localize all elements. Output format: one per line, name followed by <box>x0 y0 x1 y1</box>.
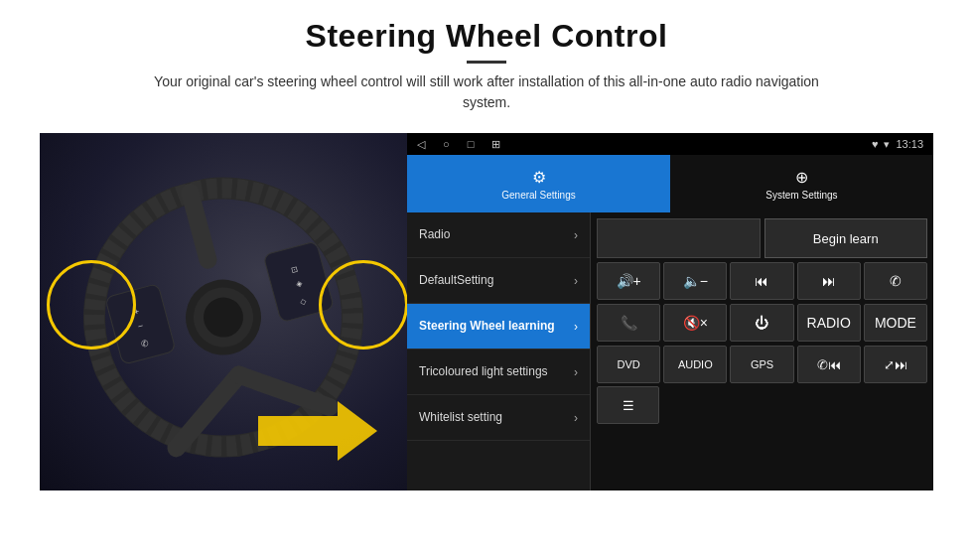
skip-next-button[interactable]: ⤢⏭ <box>864 346 927 383</box>
tab-system-label: System Settings <box>765 190 837 201</box>
title-section: Steering Wheel Control Your original car… <box>139 18 834 113</box>
gps-button[interactable]: GPS <box>730 346 793 383</box>
subtitle: Your original car's steering wheel contr… <box>139 71 834 113</box>
mode-button[interactable]: MODE <box>864 304 927 342</box>
menu-default-label: DefaultSetting <box>419 273 493 289</box>
arrow-svg <box>258 401 377 461</box>
vol-up-icon: 🔊+ <box>617 273 641 289</box>
status-nav: ◁ ○ □ ⊞ <box>417 138 500 151</box>
chevron-icon: › <box>574 274 578 288</box>
status-right: ♥ ▾ 13:13 <box>872 138 923 151</box>
next-track-button[interactable]: ⏭ <box>797 262 861 300</box>
android-panel: ◁ ○ □ ⊞ ♥ ▾ 13:13 ⚙ General Settings <box>407 133 933 490</box>
mode-label: MODE <box>875 315 916 331</box>
dvd-label: DVD <box>617 358 639 370</box>
mute-button[interactable]: 🔇× <box>663 304 727 342</box>
content-area: + − ✆ ⊡ ◈ ◇ <box>40 133 933 490</box>
prev-track-icon: ⏮ <box>755 273 768 289</box>
bottom-row-1: DVD AUDIO GPS ✆⏮ <box>597 346 927 383</box>
menu-item-default[interactable]: DefaultSetting › <box>407 258 590 304</box>
audio-button[interactable]: AUDIO <box>663 346 727 383</box>
empty-input-box <box>597 218 761 258</box>
menu-item-steering[interactable]: Steering Wheel learning › <box>407 304 590 350</box>
tab-general-label: General Settings <box>501 190 576 201</box>
wifi-icon: ♥ <box>872 138 879 150</box>
signal-icon: ▾ <box>884 138 890 151</box>
system-icon: ⊕ <box>795 168 808 187</box>
begin-learn-button[interactable]: Begin learn <box>764 218 928 258</box>
menu-list: Radio › DefaultSetting › Steering Wheel … <box>407 212 591 490</box>
mute-icon: 🔇× <box>683 315 708 331</box>
chevron-icon: › <box>574 365 578 379</box>
dvd-button[interactable]: DVD <box>597 346 660 383</box>
list-icon: ☰ <box>623 398 634 413</box>
page-wrapper: Steering Wheel Control Your original car… <box>0 0 973 560</box>
control-area: Begin learn 🔊+ 🔈− ⏮ <box>591 212 933 490</box>
control-top-row: Begin learn <box>597 218 927 258</box>
menu-steering-label: Steering Wheel learning <box>419 319 555 335</box>
bottom-row-2: ☰ <box>597 386 927 424</box>
list-view-button[interactable]: ☰ <box>597 386 659 424</box>
steering-wheel-bg: + − ✆ ⊡ ◈ ◇ <box>40 133 407 490</box>
call-answer-button[interactable]: 📞 <box>597 304 660 342</box>
tab-bar: ⚙ General Settings ⊕ System Settings <box>407 155 933 212</box>
control-grid-row2: 📞 🔇× ⏻ RADIO MODE <box>597 304 927 342</box>
skip-next-icon: ⤢⏭ <box>884 357 907 372</box>
power-button[interactable]: ⏻ <box>730 304 793 342</box>
phone-button[interactable]: ✆ <box>864 262 927 300</box>
menu-whitelist-label: Whitelist setting <box>419 410 502 426</box>
chevron-icon: › <box>574 320 578 334</box>
menu-item-radio[interactable]: Radio › <box>407 212 590 258</box>
nav-back-icon[interactable]: ◁ <box>417 138 425 151</box>
power-icon: ⏻ <box>755 315 768 331</box>
svg-marker-16 <box>258 401 377 461</box>
radio-button[interactable]: RADIO <box>797 304 861 342</box>
tab-system-settings[interactable]: ⊕ System Settings <box>670 155 933 212</box>
menu-radio-label: Radio <box>419 227 450 243</box>
call-answer-icon: 📞 <box>621 315 637 331</box>
clock: 13:13 <box>896 138 923 150</box>
phone-prev-button[interactable]: ✆⏮ <box>797 346 861 383</box>
nav-home-icon[interactable]: ○ <box>443 138 450 151</box>
gear-icon: ⚙ <box>532 168 546 187</box>
phone-prev-icon: ✆⏮ <box>817 357 841 372</box>
radio-label: RADIO <box>807 315 851 331</box>
vol-down-icon: 🔈− <box>683 273 708 289</box>
prev-track-button[interactable]: ⏮ <box>730 262 793 300</box>
next-track-icon: ⏭ <box>822 273 836 289</box>
page-title: Steering Wheel Control <box>139 18 834 55</box>
steering-wheel-panel: + − ✆ ⊡ ◈ ◇ <box>40 133 407 490</box>
audio-label: AUDIO <box>678 358 713 370</box>
title-divider <box>467 61 506 64</box>
right-button-circle <box>319 260 407 350</box>
status-bar: ◁ ○ □ ⊞ ♥ ▾ 13:13 <box>407 133 933 155</box>
menu-item-whitelist[interactable]: Whitelist setting › <box>407 395 590 441</box>
nav-menu-icon[interactable]: ⊞ <box>491 138 500 151</box>
vol-down-button[interactable]: 🔈− <box>663 262 727 300</box>
main-content: Radio › DefaultSetting › Steering Wheel … <box>407 212 933 490</box>
vol-up-button[interactable]: 🔊+ <box>597 262 660 300</box>
phone-icon: ✆ <box>890 273 902 289</box>
svg-line-2 <box>190 193 208 260</box>
menu-item-tricoloured[interactable]: Tricoloured light settings › <box>407 350 590 395</box>
chevron-icon: › <box>574 228 578 242</box>
tab-general-settings[interactable]: ⚙ General Settings <box>407 155 670 212</box>
nav-recent-icon[interactable]: □ <box>468 138 475 151</box>
gps-label: GPS <box>751 358 773 370</box>
left-button-circle <box>47 260 136 350</box>
menu-tricoloured-label: Tricoloured light settings <box>419 364 548 380</box>
chevron-icon: › <box>574 411 578 425</box>
control-grid-row1: 🔊+ 🔈− ⏮ ⏭ ✆ <box>597 262 927 300</box>
control-bottom-rows: DVD AUDIO GPS ✆⏮ <box>597 346 927 424</box>
